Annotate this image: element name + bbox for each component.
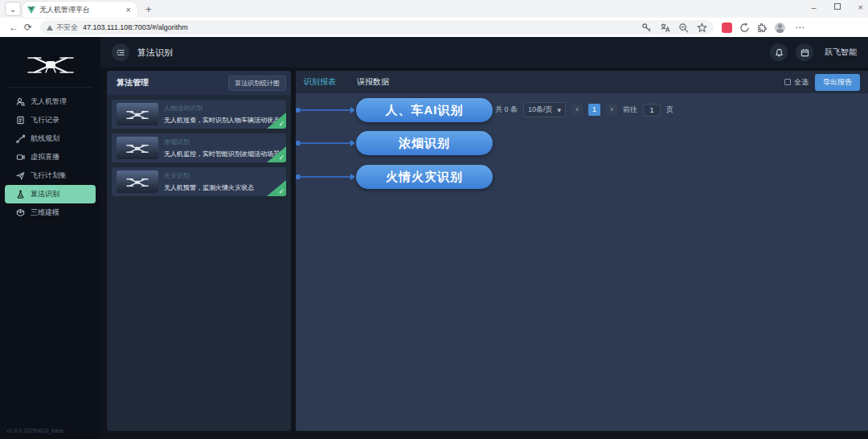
sidebar-item-virtual-live[interactable]: 虚拟直播 (5, 148, 96, 166)
algorithm-management-panel: 算法管理 算法识别统计图 人物活动识别 无人机巡查，实时识别人物车辆活动状态 ✓ (107, 71, 291, 431)
sidebar-item-flight-records[interactable]: 飞行记录 (5, 111, 96, 129)
cube-3d-icon (16, 208, 25, 217)
extensions-puzzle-icon[interactable] (757, 23, 768, 33)
algorithm-item-person-vehicle[interactable]: 人物活动识别 无人机巡查，实时识别人物车辆活动状态 ✓ (112, 100, 286, 129)
live-stream-icon (16, 153, 25, 162)
calendar-icon (800, 48, 809, 57)
sidebar-item-drone-management[interactable]: 无人机管理 (5, 92, 96, 111)
panel-header: 算法管理 算法识别统计图 (107, 71, 291, 95)
enabled-check-icon: ✓ (278, 187, 285, 195)
algorithm-item-smoke[interactable]: 浓烟识别 无人机监控，实时智能识别浓烟活动场景 ✓ (112, 133, 286, 162)
report-content: 识别报表 误报数据 全选 导出报告 共 0 条 (296, 71, 868, 431)
algorithm-item-desc: 无人机预警，监测火情火灾状态 (164, 183, 254, 192)
tab-recognition-report[interactable]: 识别报表 (304, 72, 336, 92)
new-tab-button[interactable]: + (145, 3, 152, 15)
url-text: 47.103.111.108:7003/#/algorithm (83, 23, 641, 31)
tab-title: 无人机管理平台 (39, 5, 125, 15)
workspace: 算法管理 算法识别统计图 人物活动识别 无人机巡查，实时识别人物车辆活动状态 ✓ (100, 68, 868, 439)
window-close-button[interactable]: × (858, 2, 863, 13)
bookmark-star-icon[interactable] (697, 23, 707, 33)
sidebar-item-label: 航线规划 (31, 133, 59, 144)
favicon-icon (27, 6, 35, 14)
current-page[interactable]: 1 (588, 104, 600, 116)
select-all-checkbox[interactable] (784, 79, 791, 85)
browser-menu-icon[interactable]: ⋯ (792, 22, 807, 33)
address-bar[interactable]: 不安全 47.103.111.108:7003/#/algorithm (40, 20, 714, 35)
enabled-check-icon: ✓ (278, 120, 285, 128)
connector-line-bar (299, 109, 352, 111)
sidebar-item-label: 飞行计划集 (31, 170, 67, 181)
window-controls: – × (811, 2, 863, 13)
algorithm-item-title: 浓烟识别 (164, 137, 280, 146)
goto-prefix: 前往 (623, 105, 637, 115)
tab-false-alarm-data[interactable]: 误报数据 (357, 72, 389, 92)
algorithm-icon (16, 190, 25, 199)
goto-suffix: 页 (666, 105, 674, 115)
enabled-check-icon: ✓ (278, 154, 285, 162)
sidebar-item-route-planning[interactable]: 航线规划 (5, 129, 96, 148)
algorithm-item-title: 火灾识别 (164, 171, 254, 180)
algorithm-stats-chart-button[interactable]: 算法识别统计图 (228, 76, 286, 91)
total-count: 共 0 条 (495, 105, 518, 115)
extension-badge-icon[interactable] (722, 23, 732, 33)
topbar-right: 跃飞智能 (770, 43, 857, 61)
page-title: 算法识别 (137, 47, 173, 59)
browser-update-icon[interactable] (739, 23, 750, 33)
sidebar-item-flight-plans[interactable]: 飞行计划集 (5, 166, 96, 185)
select-all[interactable]: 全选 (784, 77, 809, 88)
node-person-vehicle-ai[interactable]: 人、车AI识别 (356, 98, 493, 122)
route-plan-icon (16, 134, 25, 143)
algorithm-item-text: 浓烟识别 无人机监控，实时智能识别浓烟活动场景 (164, 137, 280, 158)
browser-tab[interactable]: 无人机管理平台 × (23, 2, 137, 18)
flight-plan-icon (16, 171, 25, 180)
algorithm-item-desc: 无人机监控，实时智能识别浓烟活动场景 (164, 150, 280, 158)
drone-thumbnail (117, 137, 158, 159)
refresh-button[interactable]: ⟳ (21, 22, 35, 33)
connector-arrow-icon (350, 140, 355, 146)
browser-chrome: ⌄ 无人机管理平台 × + – × ← ⟳ 不安全 47.103.111.108… (0, 0, 868, 37)
drone-manage-icon (16, 97, 25, 106)
sidebar-item-algorithm-recognition[interactable]: 算法识别 (5, 185, 96, 203)
goto-page-input[interactable] (643, 104, 661, 117)
app-version: v1.0.0.20250610_base (6, 428, 63, 433)
calendar-button[interactable] (796, 43, 813, 61)
report-tabs: 识别报表 误报数据 全选 导出报告 (296, 71, 868, 93)
browser-toolbar-right: ⋯ (722, 22, 807, 33)
tab-search-chevron-icon[interactable]: ⌄ (5, 2, 21, 16)
drone-photo-icon (125, 141, 149, 156)
tabs-right-actions: 全选 导出报告 (784, 74, 860, 91)
maximize-button[interactable] (834, 3, 841, 10)
chevron-down-icon: ▾ (558, 106, 562, 114)
bell-icon (775, 48, 784, 57)
notification-button[interactable] (770, 43, 788, 61)
translate-icon[interactable] (660, 23, 670, 33)
recognition-canvas: 共 0 条 10条/页 ▾ ‹ 1 › 前往 页 (296, 93, 868, 431)
algorithm-item-fire[interactable]: 火灾识别 无人机预警，监测火情火灾状态 ✓ (112, 167, 286, 196)
prev-page-button[interactable]: ‹ (571, 104, 583, 116)
select-all-label: 全选 (794, 77, 809, 88)
connector-arrow-icon (350, 174, 355, 180)
profile-avatar[interactable] (775, 23, 785, 33)
connector-line-bar (299, 176, 352, 178)
sidebar-item-label: 三维建模 (31, 207, 59, 218)
back-button[interactable]: ← (6, 22, 21, 33)
drone-thumbnail (117, 103, 158, 125)
drone-logo-icon (25, 48, 76, 80)
sidebar-collapse-button[interactable] (112, 43, 129, 61)
node-fire-recognition[interactable]: 火情火灾识别 (356, 165, 493, 189)
algorithm-item-text: 火灾识别 无人机预警，监测火情火灾状态 (164, 171, 254, 192)
key-icon[interactable] (641, 23, 652, 33)
not-secure-warning-icon (47, 25, 53, 31)
next-page-button[interactable]: › (606, 104, 617, 116)
app-topbar: 算法识别 跃飞智能 (100, 37, 868, 68)
tab-close-icon[interactable]: × (125, 6, 133, 14)
connector-line-bar (299, 142, 352, 144)
sidebar-item-label: 虚拟直播 (31, 152, 59, 162)
sidebar-item-3d-modeling[interactable]: 三维建模 (5, 203, 96, 222)
page-size-select[interactable]: 10条/页 ▾ (523, 102, 566, 117)
node-smoke-recognition[interactable]: 浓烟识别 (356, 131, 493, 155)
zoom-out-icon[interactable] (678, 23, 689, 33)
app-main: 算法识别 跃飞智能 算法管理 算法识别统计图 (100, 37, 868, 439)
minimize-button[interactable]: – (811, 2, 816, 13)
export-report-button[interactable]: 导出报告 (815, 74, 860, 91)
